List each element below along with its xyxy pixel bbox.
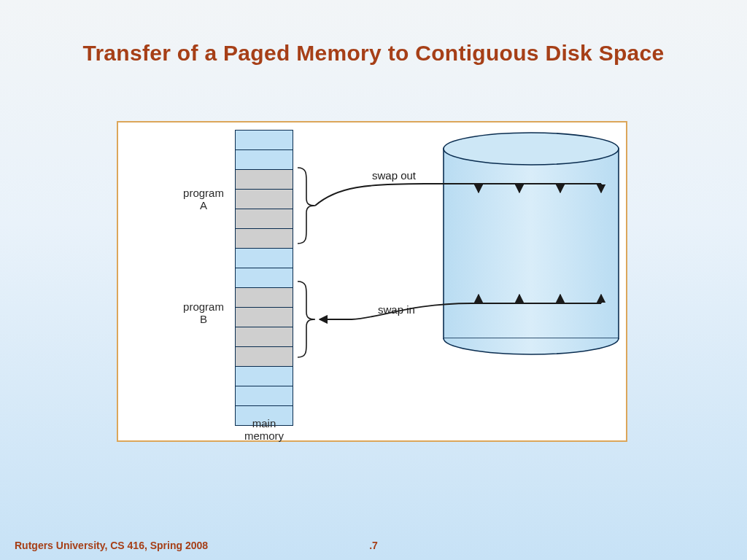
- brace-program-b: [298, 281, 315, 357]
- overlay-svg: [118, 122, 626, 440]
- diagram-frame: mainmemory programA programB swap out sw…: [117, 121, 627, 442]
- disk-cylinder: [444, 133, 619, 354]
- slide-title: Transfer of a Paged Memory to Contiguous…: [0, 41, 747, 66]
- svg-point-1: [444, 133, 619, 165]
- page-number: .7: [0, 540, 747, 551]
- svg-rect-0: [444, 149, 619, 338]
- brace-program-a: [298, 168, 315, 244]
